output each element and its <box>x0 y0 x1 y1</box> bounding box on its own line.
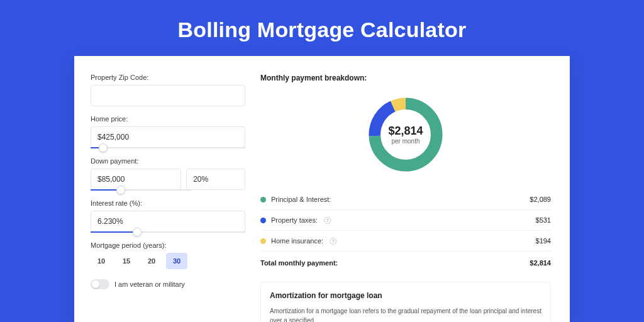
veteran-label: I am veteran or military <box>114 280 185 288</box>
total-value: $2,814 <box>530 259 551 267</box>
legend-insurance-value: $194 <box>536 237 551 245</box>
amortization-title: Amortization for mortgage loan <box>270 291 541 300</box>
veteran-toggle-knob <box>92 280 99 288</box>
info-icon[interactable]: ? <box>324 217 331 224</box>
swatch-green-icon <box>260 197 266 203</box>
interest-field: Interest rate (%): <box>91 199 245 233</box>
down-payment-slider-thumb[interactable] <box>116 186 125 194</box>
interest-slider[interactable] <box>91 231 245 233</box>
donut-chart: $2,814 per month <box>365 94 447 175</box>
down-payment-input[interactable] <box>91 169 181 190</box>
total-label: Total monthly payment: <box>260 259 338 267</box>
legend-taxes-value: $531 <box>536 216 551 224</box>
interest-input[interactable] <box>91 211 245 232</box>
breakdown-title: Monthly payment breakdown: <box>260 74 551 82</box>
veteran-row: I am veteran or military <box>91 279 245 289</box>
legend-insurance: Home insurance: ? $194 <box>260 231 551 252</box>
period-field: Mortgage period (years): 10 15 20 30 <box>91 242 245 269</box>
down-payment-pct-input[interactable] <box>186 169 245 190</box>
period-15-button[interactable]: 15 <box>116 253 137 269</box>
amortization-text: Amortization for a mortgage loan refers … <box>270 306 541 322</box>
legend-taxes-label: Property taxes: <box>271 216 318 224</box>
calculator-card: Property Zip Code: Home price: Down paym… <box>74 56 570 322</box>
period-30-button[interactable]: 30 <box>166 253 187 269</box>
results-column: Monthly payment breakdown: $2,814 per mo… <box>257 56 570 322</box>
home-price-input[interactable] <box>91 126 245 148</box>
page-title: Bolling Mortgage Calculator <box>178 18 467 42</box>
total-row: Total monthly payment: $2,814 <box>260 252 551 274</box>
form-column: Property Zip Code: Home price: Down paym… <box>74 56 257 322</box>
home-price-label: Home price: <box>91 115 245 123</box>
zip-field: Property Zip Code: <box>91 74 245 106</box>
swatch-yellow-icon <box>260 238 266 244</box>
zip-label: Property Zip Code: <box>91 74 245 81</box>
home-price-field: Home price: <box>91 115 245 148</box>
legend-principal: Principal & Interest: $2,089 <box>260 189 551 210</box>
amortization-box: Amortization for mortgage loan Amortizat… <box>260 282 551 322</box>
swatch-blue-icon <box>260 218 266 223</box>
interest-slider-thumb[interactable] <box>133 228 142 236</box>
period-20-button[interactable]: 20 <box>141 253 162 269</box>
legend-principal-label: Principal & Interest: <box>271 196 331 203</box>
donut-wrap: $2,814 per month <box>260 94 551 175</box>
legend-insurance-label: Home insurance: <box>271 237 323 245</box>
home-price-slider-thumb[interactable] <box>99 143 108 152</box>
veteran-toggle[interactable] <box>91 279 109 289</box>
down-payment-label: Down payment: <box>91 157 245 165</box>
down-payment-field: Down payment: <box>91 157 245 191</box>
home-price-slider[interactable] <box>91 147 245 148</box>
period-10-button[interactable]: 10 <box>91 253 112 269</box>
info-icon[interactable]: ? <box>330 238 336 245</box>
legend-taxes: Property taxes: ? $531 <box>260 210 551 231</box>
legend-principal-value: $2,089 <box>530 196 551 203</box>
donut-center: $2,814 per month <box>365 94 447 175</box>
donut-sub: per month <box>391 138 419 145</box>
period-label: Mortgage period (years): <box>91 242 245 249</box>
down-payment-slider[interactable] <box>91 189 191 191</box>
donut-amount: $2,814 <box>388 125 423 138</box>
zip-input[interactable] <box>91 85 245 106</box>
interest-label: Interest rate (%): <box>91 199 245 207</box>
